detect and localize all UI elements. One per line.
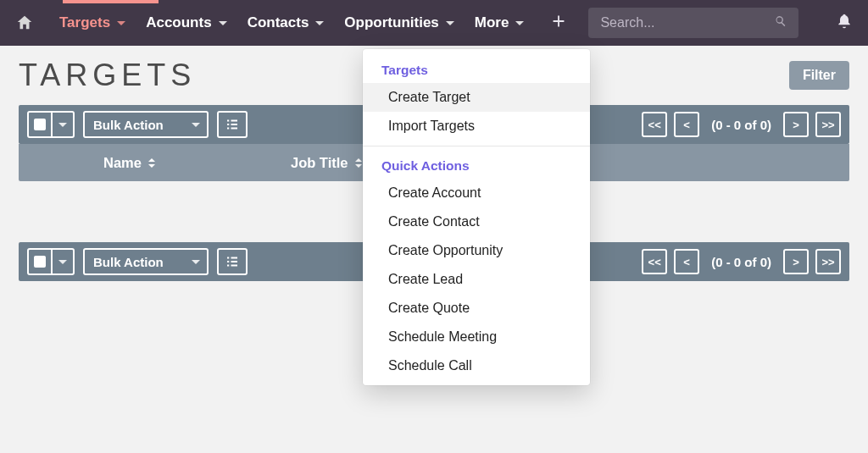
home-icon[interactable]	[15, 14, 34, 32]
nav-item-more[interactable]: More	[466, 9, 533, 36]
search-input[interactable]	[598, 14, 773, 31]
pager-prev[interactable]: <	[674, 112, 699, 137]
nav-item-label: Targets	[59, 14, 110, 31]
column-name[interactable]: Name	[103, 155, 155, 171]
pager-first[interactable]: <<	[642, 112, 667, 137]
top-navbar: Targets Accounts Contacts Opportunities …	[0, 0, 868, 46]
pager-prev[interactable]: <	[674, 249, 699, 274]
chevron-down-icon	[446, 21, 454, 25]
select-all-checkbox[interactable]	[27, 111, 75, 138]
pager-next[interactable]: >	[783, 112, 809, 137]
nav-item-targets[interactable]: Targets	[51, 9, 134, 36]
columns-icon[interactable]	[217, 248, 248, 275]
menu-section-title: Quick Actions	[363, 152, 590, 179]
sort-icon	[355, 158, 362, 168]
nav-item-label: More	[475, 14, 509, 31]
bulk-action-select[interactable]: Bulk Action	[83, 248, 209, 275]
checkbox-box[interactable]	[29, 250, 53, 273]
chevron-down-icon	[117, 21, 125, 25]
pager-status: (0 - 0 of 0)	[706, 255, 776, 269]
search-icon	[773, 14, 788, 32]
nav-item-accounts[interactable]: Accounts	[137, 9, 235, 36]
menu-section-title: Targets	[363, 56, 590, 83]
bulk-action-label: Bulk Action	[93, 255, 164, 269]
pager: << < (0 - 0 of 0) > >>	[642, 249, 841, 274]
active-tab-indicator	[63, 0, 159, 3]
pager-last[interactable]: >>	[815, 112, 841, 137]
menu-item-create-target[interactable]: Create Target	[363, 83, 590, 112]
bulk-action-label: Bulk Action	[93, 118, 164, 132]
nav-item-opportunities[interactable]: Opportunities	[336, 9, 462, 36]
menu-item-create-account[interactable]: Create Account	[363, 179, 590, 207]
menu-item-import-targets[interactable]: Import Targets	[363, 112, 590, 141]
menu-item-create-lead[interactable]: Create Lead	[363, 265, 590, 294]
select-all-checkbox[interactable]	[27, 248, 75, 275]
nav-items: Targets Accounts Contacts Opportunities …	[51, 9, 532, 36]
bell-icon[interactable]	[836, 13, 853, 33]
pager: << < (0 - 0 of 0) > >>	[642, 112, 841, 137]
nav-item-label: Contacts	[248, 14, 309, 31]
chevron-down-icon	[192, 260, 200, 264]
chevron-down-icon	[315, 21, 324, 25]
menu-divider	[363, 146, 590, 146]
pager-first[interactable]: <<	[642, 249, 667, 274]
select-all-caret[interactable]	[53, 113, 73, 136]
pager-status: (0 - 0 of 0)	[706, 118, 776, 132]
column-label: Job Title	[291, 155, 348, 171]
menu-item-schedule-call[interactable]: Schedule Call	[363, 351, 590, 380]
column-label: Name	[103, 155, 142, 171]
chevron-down-icon	[219, 21, 227, 25]
menu-item-create-quote[interactable]: Create Quote	[363, 294, 590, 323]
chevron-down-icon	[192, 123, 200, 127]
pager-next[interactable]: >	[783, 249, 809, 274]
page-title: TARGETS	[19, 58, 196, 93]
nav-item-label: Accounts	[146, 14, 211, 31]
menu-item-create-contact[interactable]: Create Contact	[363, 207, 590, 236]
nav-item-label: Opportunities	[344, 14, 438, 31]
columns-icon[interactable]	[217, 111, 248, 138]
select-all-caret[interactable]	[53, 250, 73, 273]
column-job-title[interactable]: Job Title	[291, 155, 362, 171]
plus-dropdown-menu: Targets Create Target Import Targets Qui…	[363, 49, 590, 385]
bulk-action-select[interactable]: Bulk Action	[83, 111, 209, 138]
sort-icon	[148, 158, 155, 168]
menu-item-create-opportunity[interactable]: Create Opportunity	[363, 236, 590, 265]
plus-icon[interactable]	[546, 8, 571, 37]
menu-item-schedule-meeting[interactable]: Schedule Meeting	[363, 323, 590, 351]
search-box[interactable]	[588, 8, 798, 38]
checkbox-box[interactable]	[29, 113, 53, 136]
pager-last[interactable]: >>	[815, 249, 841, 274]
filter-button[interactable]: Filter	[789, 61, 849, 90]
chevron-down-icon	[515, 21, 524, 25]
nav-item-contacts[interactable]: Contacts	[239, 9, 333, 36]
